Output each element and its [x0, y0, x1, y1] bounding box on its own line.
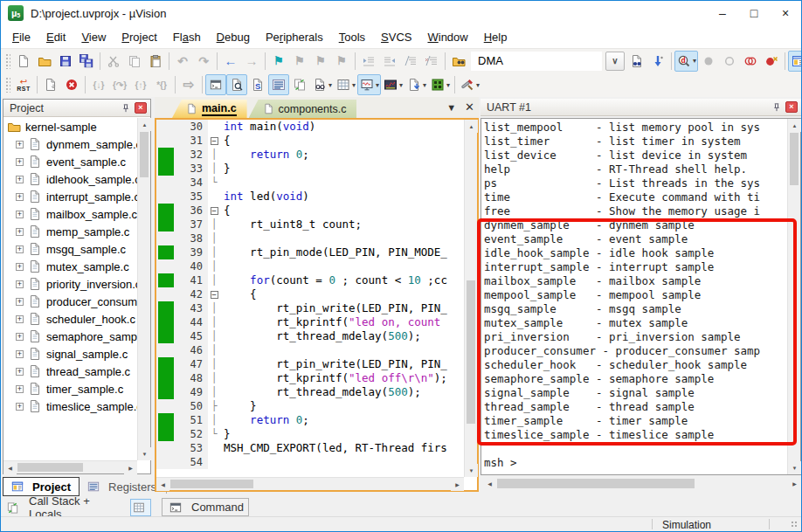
menu-tools[interactable]: Tools: [331, 28, 373, 46]
run-button[interactable]: ⇨: [178, 74, 199, 95]
dropdown-arrow-icon[interactable]: ▾: [352, 81, 356, 89]
disassembly-window-button[interactable]: [226, 74, 247, 95]
tree-item-interrupt-sample-c[interactable]: +interrupt_sample.c: [3, 188, 137, 205]
tree-item-priority-inversion-c[interactable]: +priority_inversion.c: [3, 275, 137, 293]
tree-item-mutex-sample-c[interactable]: +mutex_sample.c: [3, 258, 137, 275]
uart-hscrollbar[interactable]: ◀ ▶: [483, 477, 801, 490]
close-button[interactable]: ×: [770, 1, 801, 25]
dropdown-arrow-icon[interactable]: ▾: [476, 81, 480, 89]
expand-icon[interactable]: +: [16, 211, 24, 218]
redo-button[interactable]: ↷: [193, 51, 214, 72]
symbol-window-button[interactable]: S: [247, 74, 268, 95]
toolbox-button[interactable]: ▾: [458, 74, 481, 95]
menu-help[interactable]: Help: [476, 28, 515, 46]
pin-icon[interactable]: [771, 101, 783, 114]
tree-item-msgq-sample-c[interactable]: +msgq_sample.c: [3, 240, 137, 258]
maximize-button[interactable]: □: [738, 1, 770, 25]
tree-item-timer-sample-c[interactable]: +timer_sample.c: [3, 380, 137, 397]
minimize-button[interactable]: –: [707, 1, 738, 25]
scroll-right-icon[interactable]: ▶: [124, 461, 137, 474]
menu-svcs[interactable]: SVCS: [373, 28, 419, 46]
menu-flash[interactable]: Flash: [165, 28, 209, 46]
find-in-files-button[interactable]: [448, 51, 469, 72]
breakpoint-disable-all-button[interactable]: [740, 51, 761, 72]
scroll-down-icon[interactable]: ▼: [465, 464, 478, 477]
search-combo-input[interactable]: DMA: [471, 52, 602, 71]
expand-icon[interactable]: +: [16, 141, 24, 149]
scroll-up-icon[interactable]: ▲: [465, 120, 478, 133]
code-editor[interactable]: 30int main(void)31−{32│ return 0;33│}34└…: [156, 120, 464, 477]
scroll-left-icon[interactable]: ◀: [156, 478, 169, 491]
menu-file[interactable]: File: [4, 28, 38, 46]
uncomment-button[interactable]: [421, 51, 442, 72]
dropdown-arrow-icon[interactable]: ▾: [399, 81, 403, 89]
fold-margin[interactable]: −: [208, 134, 220, 148]
memory-window-button[interactable]: ▾: [334, 74, 357, 95]
scroll-thumb[interactable]: [467, 280, 475, 424]
pin-icon[interactable]: [120, 102, 132, 114]
expand-icon[interactable]: +: [16, 263, 24, 271]
expand-icon[interactable]: +: [16, 245, 24, 253]
tab-main-c[interactable]: main.c: [172, 100, 247, 118]
resize-grip[interactable]: [791, 521, 799, 529]
system-viewer-button[interactable]: ▾: [428, 74, 452, 95]
scroll-down-icon[interactable]: ▼: [138, 447, 151, 460]
project-hscrollbar[interactable]: ◀ ▶: [3, 460, 137, 473]
unindent-button[interactable]: [379, 51, 400, 72]
tree-item-semaphore-sample-[interactable]: +semaphore_sample.: [3, 328, 137, 345]
scroll-down-icon[interactable]: ▼: [788, 461, 801, 474]
paste-button[interactable]: [145, 51, 166, 72]
tab-list-menu-icon[interactable]: ▼: [446, 102, 456, 113]
scroll-thumb[interactable]: [140, 132, 149, 177]
dropdown-arrow-icon[interactable]: ▾: [328, 81, 332, 89]
show-next-statement-button[interactable]: [40, 74, 61, 95]
menu-project[interactable]: Project: [114, 28, 164, 46]
expand-icon[interactable]: +: [16, 403, 24, 411]
bookmark-clear-button[interactable]: ⚑: [331, 51, 352, 72]
expand-icon[interactable]: +: [16, 176, 24, 183]
menu-view[interactable]: View: [73, 28, 114, 46]
run-to-cursor-button[interactable]: *{}: [151, 74, 172, 95]
menu-edit[interactable]: Edit: [38, 28, 73, 46]
scroll-thumb[interactable]: [170, 480, 253, 488]
expand-icon[interactable]: +: [16, 280, 24, 288]
bookmark-prev-button[interactable]: ⚑: [289, 51, 310, 72]
uart-vscrollbar[interactable]: ▲ ▼: [787, 119, 800, 474]
comment-button[interactable]: [400, 51, 421, 72]
find-in-files-doc-button[interactable]: [626, 51, 647, 72]
save-all-button[interactable]: [76, 51, 97, 72]
navigate-back-button[interactable]: ←: [220, 51, 241, 72]
step-over-button[interactable]: {↷}: [109, 74, 130, 95]
breakpoint-enable-button[interactable]: [719, 51, 740, 72]
expand-icon[interactable]: +: [16, 193, 24, 201]
serial-window-button[interactable]: ▾: [357, 74, 381, 95]
memory-window-button[interactable]: [130, 499, 151, 516]
command-tab[interactable]: Command: [162, 498, 249, 516]
tree-item-timeslice-sample-c[interactable]: +timeslice_sample.c: [3, 397, 137, 415]
scroll-thumb[interactable]: [497, 479, 695, 488]
tab-components-c[interactable]: components.c: [249, 100, 357, 118]
fold-margin[interactable]: −: [208, 287, 220, 301]
navigate-forward-button[interactable]: →: [241, 51, 262, 72]
search-dropdown-button[interactable]: ∨: [605, 52, 625, 71]
scroll-right-icon[interactable]: ▶: [788, 477, 801, 490]
registers-window-button[interactable]: [268, 74, 289, 95]
expand-icon[interactable]: +: [16, 333, 24, 341]
save-button[interactable]: [55, 51, 76, 72]
menu-window[interactable]: Window: [419, 28, 475, 46]
stop-button[interactable]: [61, 74, 82, 95]
menu-debug[interactable]: Debug: [209, 28, 258, 46]
callstack-bar[interactable]: Call Stack + Locals: [1, 498, 153, 517]
project-vscrollbar[interactable]: ▲ ▼: [137, 118, 150, 460]
cut-button[interactable]: [103, 51, 124, 72]
expand-icon[interactable]: +: [16, 158, 24, 166]
uart-console[interactable]: list_mempool - list memory pool in sysli…: [484, 121, 786, 474]
dropdown-arrow-icon[interactable]: ▾: [376, 81, 379, 89]
tree-item-thread-sample-c[interactable]: +thread_sample.c: [3, 363, 137, 380]
scroll-thumb[interactable]: [17, 463, 83, 472]
call-stack-window-button[interactable]: [289, 74, 310, 95]
tree-item-memp-sample-c[interactable]: +memp_sample.c: [3, 223, 137, 240]
undo-button[interactable]: ↶: [172, 51, 193, 72]
menu-peripherals[interactable]: Peripherals: [258, 28, 331, 46]
open-file-button[interactable]: [34, 51, 55, 72]
